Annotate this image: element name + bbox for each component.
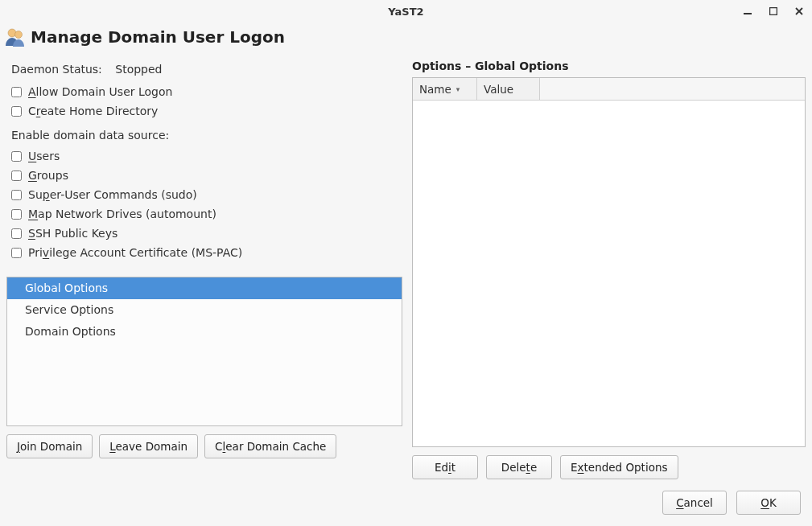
column-spacer <box>540 78 805 100</box>
svg-rect-0 <box>744 13 752 14</box>
window-controls <box>741 0 806 23</box>
ds-users-label: Users <box>28 150 60 162</box>
extended-options-button[interactable]: Extended Options <box>560 455 678 479</box>
options-item-service[interactable]: Service Options <box>7 299 402 321</box>
options-table-header: Name ▾ Value <box>413 78 805 101</box>
join-domain-button[interactable]: Join Domain <box>6 434 93 458</box>
ds-map-row: Map Network Drives (automount) <box>6 204 402 224</box>
allow-logon-label: Allow Domain User Logon <box>28 85 172 98</box>
minimize-button[interactable] <box>741 5 754 18</box>
users-icon <box>3 26 26 48</box>
options-table-body[interactable] <box>413 101 805 446</box>
options-panel-title: Options – Global Options <box>412 58 806 77</box>
ds-pac-row: Privilege Account Certificate (MS-PAC) <box>6 243 402 262</box>
ok-button[interactable]: OK <box>736 491 801 515</box>
ds-sudo-checkbox[interactable] <box>11 190 22 200</box>
ds-sudo-label: Super-User Commands (sudo) <box>28 188 197 201</box>
right-panel: Options – Global Options Name ▾ Value Ed… <box>412 58 806 479</box>
create-home-checkbox[interactable] <box>11 106 22 117</box>
options-table: Name ▾ Value <box>412 77 806 447</box>
sort-indicator-icon: ▾ <box>456 85 460 93</box>
ds-ssh-row: SSH Public Keys <box>6 224 402 243</box>
ds-groups-checkbox[interactable] <box>11 171 22 181</box>
ds-pac-checkbox[interactable] <box>11 248 22 258</box>
daemon-status-value: Stopped <box>115 63 162 76</box>
leave-domain-button[interactable]: Leave Domain <box>99 434 198 458</box>
window-title: YaST2 <box>388 6 423 18</box>
daemon-status-label: Daemon Status: <box>11 63 102 76</box>
column-name[interactable]: Name ▾ <box>413 78 477 100</box>
ds-ssh-checkbox[interactable] <box>11 228 22 239</box>
page-title: Manage Domain User Logon <box>31 27 285 47</box>
column-value[interactable]: Value <box>477 78 540 100</box>
svg-point-5 <box>15 31 23 39</box>
svg-rect-1 <box>770 8 777 15</box>
cancel-button[interactable]: Cancel <box>662 491 727 515</box>
ds-users-row: Users <box>6 146 402 166</box>
titlebar: YaST2 <box>0 0 812 23</box>
left-panel: Daemon Status: Stopped Allow Domain User… <box>6 58 402 479</box>
delete-button[interactable]: Delete <box>486 455 552 479</box>
ds-groups-label: Groups <box>28 169 68 182</box>
maximize-button[interactable] <box>767 5 780 18</box>
options-item-global[interactable]: Global Options <box>7 277 402 299</box>
ds-pac-label: Privilege Account Certificate (MS-PAC) <box>28 246 242 259</box>
ds-map-checkbox[interactable] <box>11 209 22 220</box>
create-home-row: Create Home Directory <box>6 101 402 121</box>
daemon-status: Daemon Status: Stopped <box>6 58 402 82</box>
options-item-domain[interactable]: Domain Options <box>7 321 402 343</box>
ds-ssh-label: SSH Public Keys <box>28 227 117 240</box>
clear-cache-button[interactable]: Clear Domain Cache <box>204 434 336 458</box>
create-home-label: Create Home Directory <box>28 105 158 117</box>
right-button-row: Edit Delete Extended Options <box>412 455 806 479</box>
options-category-list[interactable]: Global Options Service Options Domain Op… <box>6 277 402 426</box>
page-header: Manage Domain User Logon <box>0 23 812 58</box>
close-button[interactable] <box>793 5 806 18</box>
ds-groups-row: Groups <box>6 166 402 185</box>
ds-sudo-row: Super-User Commands (sudo) <box>6 185 402 204</box>
ds-users-checkbox[interactable] <box>11 151 22 162</box>
allow-logon-row: Allow Domain User Logon <box>6 82 402 101</box>
dialog-footer: Cancel OK <box>662 491 801 515</box>
edit-button[interactable]: Edit <box>412 455 478 479</box>
left-button-row: Join Domain Leave Domain Clear Domain Ca… <box>6 434 402 458</box>
ds-map-label: Map Network Drives (automount) <box>28 208 216 220</box>
data-source-label: Enable domain data source: <box>6 121 402 146</box>
allow-logon-checkbox[interactable] <box>11 87 22 97</box>
